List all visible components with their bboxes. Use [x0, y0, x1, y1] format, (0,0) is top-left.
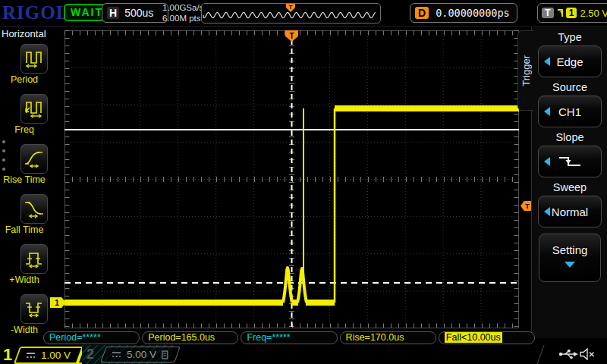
freq-icon	[24, 99, 44, 118]
measure-sidebar-title: Horizontal	[2, 28, 46, 39]
svg-text:T: T	[289, 4, 293, 11]
slope-header: Slope	[532, 130, 607, 146]
measurement-period-ch2[interactable]: Period=*****	[43, 331, 140, 344]
chevron-down-icon	[565, 262, 575, 268]
measurement-bar: Period=***** Period=165.0us Freq=***** R…	[43, 331, 535, 344]
sweep-header: Sweep	[532, 180, 607, 196]
measurement-period-ch1[interactable]: Period=165.0us	[142, 331, 238, 344]
sweep-button[interactable]: Normal	[538, 196, 602, 228]
top-status-bar: RIGOL WAIT H 500us 1.00GSa/s 6.00M pts T…	[0, 0, 607, 27]
waveform-preview: T	[201, 3, 381, 24]
minus-width-icon	[24, 300, 44, 318]
chevron-left-icon	[544, 157, 550, 166]
minus-width-button[interactable]	[20, 294, 48, 324]
scroll-dot	[2, 149, 5, 152]
rigol-logo: RIGOL	[2, 2, 69, 24]
trigger-level-value: 2.50 V	[580, 8, 607, 19]
menu-item-source: Source CH1	[532, 80, 607, 130]
source-header: Source	[532, 80, 607, 96]
measurement-rise-ch1[interactable]: Rise=170.0us	[340, 331, 436, 344]
sidebar-item-rise-time: Rise Time	[0, 144, 49, 191]
setting-label: Setting	[552, 243, 588, 256]
period-button[interactable]	[20, 44, 48, 74]
type-value: Edge	[556, 55, 583, 68]
delay-value: 0.00000000ps	[436, 7, 510, 19]
dc-coupling-icon	[26, 351, 36, 359]
period-icon	[24, 49, 44, 68]
chevron-left-icon	[544, 57, 550, 66]
usb-icon	[558, 349, 578, 359]
menu-item-slope: Slope	[532, 130, 607, 180]
trigger-menu-tab: Trigger	[517, 30, 533, 111]
trigger-label: T	[542, 8, 554, 18]
minus-width-label: -Width	[0, 325, 49, 335]
falling-edge-icon	[558, 155, 582, 168]
sidebar-item-fall-time: Fall Time	[0, 194, 49, 241]
graticule-display	[64, 30, 519, 328]
memory-depth-value: 6.00M pts	[162, 13, 203, 24]
ch1-ground-marker[interactable]: 1	[50, 297, 66, 308]
sidebar-item-period: Period	[0, 44, 49, 91]
type-button[interactable]: Edge	[538, 46, 602, 77]
slope-button[interactable]	[538, 146, 602, 177]
freq-button[interactable]	[20, 94, 48, 124]
ch1-scale-value: 1.00 V	[41, 350, 71, 361]
bandwidth-limit-icon	[162, 350, 168, 359]
rise-time-label: Rise Time	[0, 174, 49, 185]
sweep-value: Normal	[552, 206, 588, 218]
plus-width-button[interactable]	[20, 244, 48, 274]
chevron-left-icon	[544, 107, 550, 116]
source-button[interactable]: CH1	[538, 96, 602, 127]
scope-trace	[64, 30, 519, 328]
fall-time-label: Fall Time	[0, 224, 49, 235]
sidebar-item-freq: Freq	[0, 94, 49, 141]
scroll-dot	[2, 168, 5, 171]
scroll-dot	[2, 140, 5, 143]
menu-item-sweep: Sweep Normal	[532, 180, 607, 231]
ch2-status-box[interactable]: 5.00 V	[100, 347, 181, 362]
horizontal-scale-value: 500us	[124, 7, 153, 19]
menu-item-type: Type Edge	[532, 30, 607, 80]
rise-time-button[interactable]	[20, 144, 48, 174]
measurement-freq-ch2[interactable]: Freq=*****	[241, 331, 337, 344]
waveform-preview-trace: T	[202, 4, 379, 21]
sidebar-item-plus-width: +Width	[0, 244, 49, 291]
softkey-menu-panel: Type Edge Source CH1 Slope	[531, 27, 607, 338]
setting-button[interactable]: Setting	[539, 234, 601, 282]
horizontal-scale-readout: H 500us	[102, 3, 168, 23]
period-label: Period	[0, 74, 49, 85]
speaker-muted-icon	[580, 348, 595, 360]
horizontal-label: H	[107, 7, 119, 19]
source-value: CH1	[558, 105, 581, 118]
trigger-source-badge: 1	[566, 8, 577, 18]
plus-width-icon	[24, 249, 44, 268]
channel-status-bar: 1 1.00 V 2 5.00 V	[0, 345, 607, 364]
plus-width-label: +Width	[0, 275, 49, 285]
delay-label: D	[415, 7, 429, 19]
fall-time-icon	[24, 199, 44, 218]
trigger-tab-label: Trigger	[521, 55, 532, 86]
trigger-readout: T 1 2.50 V	[537, 3, 607, 23]
sample-rate-readout: 1.00GSa/s 6.00M pts	[162, 2, 203, 24]
sidebar-item-minus-width: -Width	[0, 294, 49, 341]
dc-coupling-icon	[112, 350, 121, 359]
falling-edge-icon	[557, 8, 563, 18]
scroll-dot	[2, 158, 5, 162]
rise-time-icon	[24, 149, 44, 168]
freq-label: Freq	[0, 124, 49, 135]
ch2-number: 2	[86, 347, 94, 362]
chevron-left-icon	[544, 207, 550, 216]
measure-sidebar: Horizontal Period Freq	[0, 26, 49, 364]
delay-readout: D 0.00000000ps	[410, 3, 517, 23]
measurement-fall-ch1[interactable]: Fall<10.00us	[439, 331, 535, 344]
ch2-scale-value: 5.00 V	[127, 349, 156, 360]
type-header: Type	[532, 30, 607, 46]
status-divider	[536, 345, 544, 364]
fall-time-button[interactable]	[20, 194, 48, 224]
sample-rate-value: 1.00GSa/s	[162, 2, 203, 13]
ch1-number: 1	[3, 345, 12, 364]
